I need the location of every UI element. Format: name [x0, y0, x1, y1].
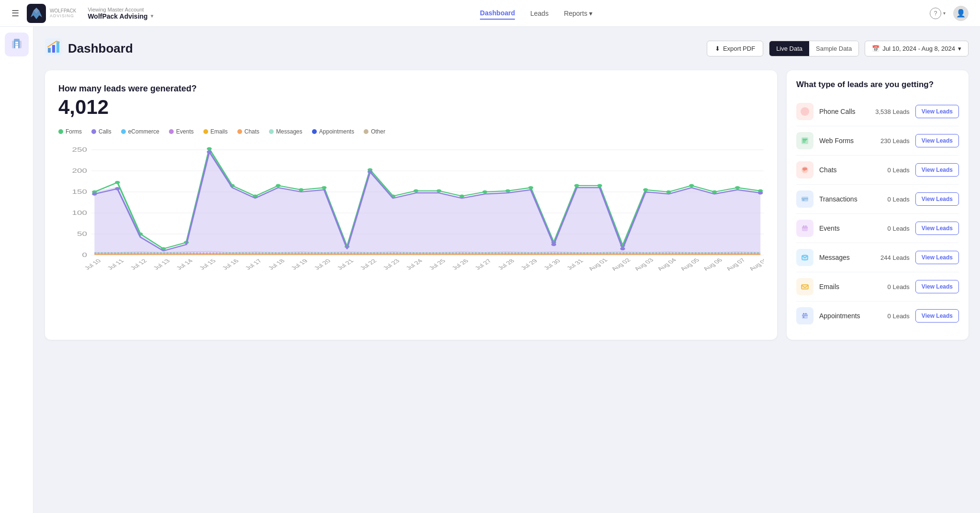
svg-point-53: [735, 186, 740, 190]
svg-rect-9: [48, 48, 51, 53]
lead-type-events: Events 0 Leads View Leads: [796, 214, 959, 243]
chart-question: How many leads were generated?: [58, 84, 764, 94]
svg-text:Jul 23: Jul 23: [381, 258, 401, 271]
phone-calls-icon: 📞: [796, 103, 813, 120]
dashboard-icon: [45, 38, 62, 59]
emails-view-leads-button[interactable]: View Leads: [915, 280, 959, 293]
events-dot: [169, 129, 174, 134]
events-icon: [796, 220, 813, 237]
events-view-leads-button[interactable]: View Leads: [915, 222, 959, 235]
svg-rect-112: [803, 313, 804, 314]
chats-name: Chats: [819, 166, 871, 174]
live-data-button[interactable]: Live Data: [769, 41, 809, 56]
nav-reports[interactable]: Reports ▾: [564, 8, 592, 19]
calls-dot: [91, 129, 96, 134]
hamburger-menu[interactable]: ☰: [11, 8, 19, 19]
svg-point-49: [643, 188, 648, 191]
user-avatar[interactable]: 👤: [953, 6, 969, 21]
lead-type-chats: Chats 0 Leads View Leads: [796, 156, 959, 185]
lead-types-panel: What type of leads are you getting? 📞 Ph…: [787, 70, 969, 340]
help-button[interactable]: ? ▾: [930, 8, 946, 19]
svg-rect-95: [802, 139, 807, 140]
messages-icon: [796, 249, 813, 266]
nav-reports-label: Reports: [564, 10, 587, 17]
svg-rect-3: [15, 42, 17, 43]
legend-chats: Chats: [237, 128, 259, 135]
page-title: Dashboard: [68, 41, 133, 56]
messages-view-leads-button[interactable]: View Leads: [915, 251, 959, 264]
forms-label: Forms: [66, 128, 82, 135]
svg-point-42: [482, 190, 487, 194]
svg-text:Jul 26: Jul 26: [450, 258, 470, 271]
chart-legend: Forms Calls eCommerce Events: [58, 128, 764, 135]
svg-text:Jul 10: Jul 10: [83, 258, 103, 271]
svg-rect-105: [806, 225, 807, 227]
web-forms-count: 230 Leads: [871, 137, 910, 145]
transactions-view-leads-button[interactable]: View Leads: [915, 192, 959, 206]
svg-point-26: [115, 181, 120, 184]
svg-text:Aug 08: Aug 08: [747, 257, 764, 271]
chats-dot: [237, 129, 242, 134]
reports-chevron-icon: ▾: [589, 10, 592, 17]
lead-type-emails: Emails 0 Leads View Leads: [796, 272, 959, 301]
lead-type-messages: Messages 244 Leads View Leads: [796, 243, 959, 272]
main-content: Dashboard ⬇ Export PDF Live Data Sample …: [33, 27, 980, 513]
chats-view-leads-button[interactable]: View Leads: [915, 163, 959, 177]
svg-text:Jul 22: Jul 22: [358, 258, 379, 271]
phone-calls-view-leads-button[interactable]: View Leads: [915, 105, 959, 118]
svg-text:Jul 24: Jul 24: [404, 258, 424, 271]
appointments-name: Appointments: [819, 312, 871, 320]
forms-dot: [58, 129, 63, 134]
wolfpack-logo-icon: [27, 4, 46, 23]
svg-text:Jul 15: Jul 15: [198, 258, 218, 271]
sidebar-item-building[interactable]: [5, 33, 29, 56]
svg-text:Jul 27: Jul 27: [473, 258, 493, 271]
calendar-icon: 📅: [872, 45, 880, 52]
svg-point-33: [276, 184, 280, 188]
logo-text: WOLFPACK ADVISING: [50, 8, 76, 18]
events-name: Events: [819, 224, 871, 232]
app-layout: Dashboard ⬇ Export PDF Live Data Sample …: [0, 27, 980, 513]
chart-total: 4,012: [58, 96, 764, 119]
svg-text:0: 0: [82, 252, 87, 258]
svg-text:Jul 25: Jul 25: [427, 258, 447, 271]
svg-text:Jul 13: Jul 13: [152, 258, 172, 271]
other-dot: [364, 129, 368, 134]
appointments-dot: [312, 129, 317, 134]
svg-text:Jul 12: Jul 12: [129, 258, 149, 271]
transactions-name: Transactions: [819, 195, 871, 203]
building-icon: [10, 37, 23, 53]
dashboard-actions: ⬇ Export PDF Live Data Sample Data 📅 Jul…: [707, 41, 969, 56]
svg-text:Jul 14: Jul 14: [175, 258, 195, 271]
sample-data-button[interactable]: Sample Data: [809, 41, 858, 56]
top-navigation: ☰ WOLFPACK ADVISING Viewing Master Accou…: [0, 0, 980, 27]
date-range-picker[interactable]: 📅 Jul 10, 2024 - Aug 8, 2024 ▾: [865, 41, 969, 56]
svg-point-51: [689, 184, 694, 188]
chart-area: 250 200 150 100 50 0: [58, 145, 764, 302]
svg-text:Jul 30: Jul 30: [542, 258, 562, 271]
export-pdf-button[interactable]: ⬇ Export PDF: [707, 41, 763, 56]
nav-leads[interactable]: Leads: [530, 8, 548, 19]
svg-text:150: 150: [72, 189, 88, 195]
web-forms-view-leads-button[interactable]: View Leads: [915, 134, 959, 147]
svg-text:Jul 31: Jul 31: [565, 258, 585, 271]
dashboard-header: Dashboard ⬇ Export PDF Live Data Sample …: [45, 38, 969, 59]
account-selector[interactable]: Viewing Master Account WolfPack Advising…: [88, 7, 154, 20]
logo[interactable]: WOLFPACK ADVISING: [27, 4, 76, 23]
svg-rect-110: [802, 313, 808, 319]
svg-text:Jul 28: Jul 28: [496, 258, 516, 271]
messages-name: Messages: [819, 254, 871, 261]
svg-text:Jul 17: Jul 17: [244, 258, 264, 271]
svg-point-41: [459, 195, 464, 198]
emails-label: Emails: [211, 128, 228, 135]
messages-count: 244 Leads: [871, 254, 910, 261]
chats-icon: [796, 161, 813, 178]
calls-label: Calls: [99, 128, 111, 135]
nav-dashboard[interactable]: Dashboard: [480, 7, 515, 20]
svg-text:Jul 21: Jul 21: [335, 258, 356, 271]
chats-label: Chats: [245, 128, 259, 135]
account-viewing-label: Viewing Master Account: [88, 7, 154, 12]
appointments-view-leads-button[interactable]: View Leads: [915, 309, 959, 323]
svg-rect-11: [56, 42, 59, 53]
main-nav: Dashboard Leads Reports ▾: [480, 7, 592, 20]
